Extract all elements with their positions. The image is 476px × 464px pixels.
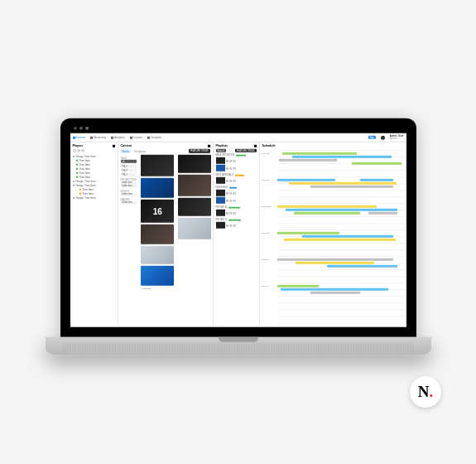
play-icon[interactable]: ▶ <box>226 180 228 182</box>
play-icon[interactable]: ▶ <box>226 212 228 215</box>
schedule-bar[interactable] <box>284 239 396 241</box>
playlist-thumb[interactable] <box>216 157 225 164</box>
status-icon <box>73 180 75 182</box>
content-folder[interactable]: folder item <box>121 185 137 188</box>
expand-icon[interactable] <box>254 145 257 147</box>
schedule-bar[interactable] <box>352 162 401 165</box>
tab-media[interactable]: Media <box>121 149 132 153</box>
status-icon <box>76 159 79 162</box>
nav-content[interactable]: Content <box>130 136 142 139</box>
content-tag[interactable]: all <box>121 160 137 163</box>
schedule-row-label: Row four <box>262 232 271 234</box>
schedule-bar[interactable] <box>282 152 357 155</box>
schedule-bar[interactable] <box>310 186 393 188</box>
content-thumb[interactable] <box>178 155 211 173</box>
content-thumb[interactable] <box>178 218 211 239</box>
play-icon[interactable]: ▶ <box>226 225 228 227</box>
play-icon[interactable]: ▶ <box>226 200 228 202</box>
schedule-bar[interactable] <box>302 235 393 238</box>
schedule-bar[interactable] <box>360 179 393 181</box>
content-tag[interactable]: tag_a <box>121 164 137 167</box>
play-icon[interactable]: ▶ <box>226 160 228 162</box>
content-tag[interactable]: tag_c <box>121 173 137 176</box>
player-filter-1[interactable] <box>73 149 76 152</box>
playlist-block[interactable]: WEEKENDLIVE▶⚙⋯▶⚙⋯ <box>216 186 257 204</box>
playlist-thumb[interactable] <box>216 210 225 216</box>
playlist-thumb[interactable] <box>216 177 225 184</box>
playlist-block[interactable]: PROMO APENDING▶⚙⋯ <box>216 206 257 216</box>
playlist-block[interactable]: MAIN ROTATIONACTIVE▶⚙⋯▶⚙⋯ <box>216 154 257 172</box>
content-tag[interactable]: tag_b <box>121 169 137 172</box>
expand-icon[interactable] <box>113 145 115 147</box>
schedule-bar[interactable] <box>292 156 392 158</box>
settings-icon[interactable]: ⚙ <box>229 167 232 170</box>
content-thumb[interactable]: Profile card <box>141 266 174 286</box>
schedule-bar[interactable] <box>277 232 339 234</box>
more-icon[interactable]: ⋯ <box>233 167 235 170</box>
schedule-bar[interactable] <box>327 265 397 268</box>
play-icon[interactable]: ▶ <box>226 167 228 170</box>
more-icon[interactable]: ⋯ <box>233 200 235 202</box>
content-thumb[interactable]: Night city <box>141 178 174 198</box>
schedule-bar[interactable] <box>296 262 374 264</box>
player-filter-3[interactable] <box>81 149 84 152</box>
schedule-bar[interactable] <box>277 205 377 208</box>
nav-analytics[interactable]: Analytics <box>111 136 125 139</box>
nav-template[interactable]: Template <box>147 136 161 139</box>
content-tabs: Media Templates FEATURE ITEMS <box>121 149 210 153</box>
settings-icon[interactable]: ⚙ <box>229 225 232 227</box>
content-thumb[interactable]: Burger promo <box>141 155 174 176</box>
schedule-bar[interactable] <box>286 209 397 211</box>
schedule-bar[interactable] <box>289 182 397 185</box>
more-icon[interactable]: ⋯ <box>233 225 235 227</box>
playlist-thumb[interactable] <box>216 165 225 172</box>
player-filter-2[interactable] <box>77 149 80 152</box>
chart-icon <box>111 136 113 138</box>
tree-item[interactable]: Group: Tree Item <box>73 196 115 200</box>
nav-screens[interactable]: Screens <box>73 136 86 139</box>
schedule-bar[interactable] <box>277 285 319 288</box>
more-icon[interactable]: ⋯ <box>233 180 235 182</box>
playlist-thumb[interactable] <box>216 190 225 196</box>
settings-icon[interactable]: ⚙ <box>229 192 232 195</box>
settings-icon[interactable]: ⚙ <box>229 160 232 162</box>
settings-icon[interactable]: ⚙ <box>229 212 232 215</box>
schedule-bar[interactable] <box>277 259 393 261</box>
playlist-thumb[interactable] <box>216 197 225 204</box>
settings-icon[interactable]: ⚙ <box>229 180 232 182</box>
playlist-thumb[interactable] <box>216 222 225 229</box>
content-thumb[interactable]: Interview <box>141 225 174 244</box>
schedule-bar[interactable] <box>279 159 337 162</box>
brand-badge: N. <box>410 376 441 408</box>
nav-monitoring[interactable]: Monitoring <box>90 136 106 139</box>
schedule-bar[interactable] <box>281 288 388 291</box>
content-folder[interactable]: folder item <box>121 193 137 196</box>
status-icon <box>79 192 82 195</box>
settings-icon[interactable]: ⚙ <box>229 200 232 202</box>
schedule-bar[interactable] <box>310 292 360 294</box>
more-icon[interactable]: ⋯ <box>233 212 235 215</box>
schedule-bar[interactable] <box>277 179 335 181</box>
content-thumb[interactable] <box>178 175 211 196</box>
feature-chip[interactable]: FEATURE ITEMS <box>189 149 210 153</box>
user-avatar[interactable] <box>381 135 385 139</box>
schedule-bar[interactable] <box>368 212 397 215</box>
more-icon[interactable]: ⋯ <box>233 192 235 195</box>
feature-chip[interactable]: FEATURE ITEMS <box>235 149 257 152</box>
app-screen: Screens Monitoring Analytics Content Tem… <box>70 133 406 327</box>
content-thumb[interactable]: Team photo <box>141 246 174 264</box>
content-thumb[interactable] <box>178 198 211 216</box>
playlist-block[interactable]: NEW ARRIVALSDRAFT▶⚙⋯ <box>216 174 257 184</box>
schedule-gantt[interactable]: Row oneRow twoRow threeRow fourRow fiveR… <box>277 149 404 326</box>
playlist-block[interactable]: PROMO BPENDING▶⚙⋯ <box>216 219 257 229</box>
schedule-panel: Schedule Row oneRow twoRow threeRow four… <box>260 143 406 326</box>
laptop-base <box>46 337 431 355</box>
tab-templates[interactable]: Templates <box>132 149 148 153</box>
more-icon[interactable]: ⋯ <box>233 160 235 162</box>
playlist-search[interactable]: Search <box>216 149 227 152</box>
content-thumb[interactable]: 16Countdown 16 <box>141 200 174 223</box>
content-folder[interactable]: folder item <box>121 201 137 205</box>
expand-icon[interactable] <box>208 145 210 147</box>
play-icon[interactable]: ▶ <box>226 192 228 195</box>
schedule-bar[interactable] <box>294 212 360 215</box>
